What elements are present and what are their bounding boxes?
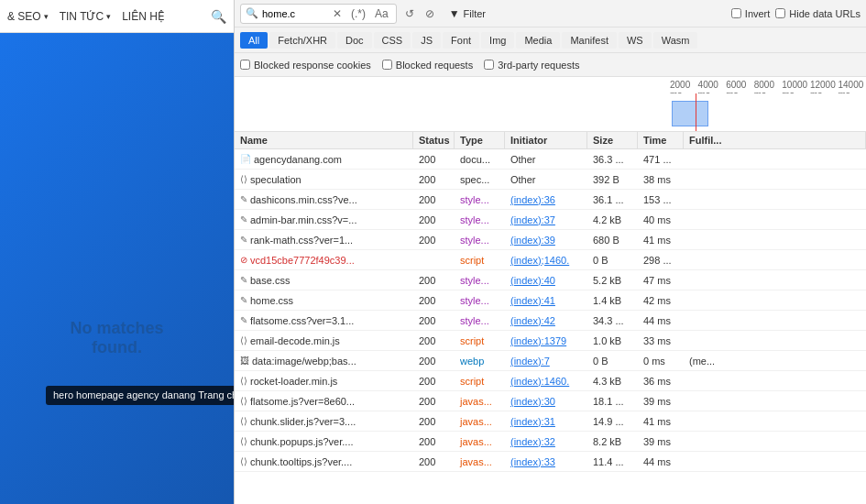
table-row[interactable]: 📄 agencydanang.com 200 docu... Other 36.… — [235, 149, 866, 170]
th-status[interactable]: Status — [413, 132, 455, 148]
table-row[interactable]: ⟨⟩ rocket-loader.min.js 200 script (inde… — [235, 371, 866, 391]
row-icon: ✎ — [240, 295, 247, 305]
td-status — [413, 258, 455, 262]
table-row[interactable]: 🖼 data:image/webp;bas... 200 webp (index… — [235, 351, 866, 371]
third-party-label[interactable]: 3rd-party requests — [484, 60, 579, 71]
table-row[interactable]: ✎ base.css 200 style... (index):40 5.2 k… — [235, 270, 866, 290]
td-time: 41 ms — [638, 233, 684, 247]
filter-tab-js[interactable]: JS — [412, 32, 441, 49]
row-name-text: chunk.slider.js?ver=3.... — [250, 416, 356, 427]
nav-item-lienhe[interactable]: LIÊN HỆ — [122, 10, 165, 23]
invert-checkbox[interactable] — [731, 8, 741, 18]
table-row[interactable]: ⟨⟩ chunk.slider.js?ver=3.... 200 javas..… — [235, 411, 866, 432]
table-row[interactable]: ✎ dashicons.min.css?ve... 200 style... (… — [235, 190, 866, 210]
tooltip-box: hero homepage agency danang Trang chủ — [46, 386, 234, 405]
blocked-cookies-checkbox[interactable] — [240, 60, 250, 70]
td-name: ⟨⟩ chunk.popups.js?ver.... — [235, 434, 413, 449]
row-name-text: chunk.tooltips.js?ver.... — [250, 456, 352, 467]
filter-button[interactable]: ▼ Filter — [443, 5, 492, 23]
nav-search-icon[interactable]: 🔍 — [211, 9, 226, 24]
network-table[interactable]: Name Status Type Initiator Size Time Ful… — [235, 132, 866, 504]
table-row[interactable]: ⟨⟩ flatsome.js?ver=8e60... 200 javas... … — [235, 391, 866, 411]
td-name: ✎ home.css — [235, 293, 413, 308]
search-input[interactable] — [262, 8, 326, 19]
td-initiator[interactable]: (index):36 — [505, 192, 587, 207]
th-type[interactable]: Type — [455, 132, 505, 148]
td-initiator[interactable]: (index):42 — [505, 313, 587, 328]
left-panel: & SEO ▾ TIN TỨC ▾ LIÊN HỆ 🔍 No matchesfo… — [0, 0, 234, 504]
filter-tab-img[interactable]: Img — [481, 32, 514, 49]
filter-tab-css[interactable]: CSS — [374, 32, 411, 49]
filter-tab-media[interactable]: Media — [516, 32, 560, 49]
table-row[interactable]: ⟨⟩ speculation 200 spec... Other 392 B 3… — [235, 170, 866, 190]
regex-button[interactable]: (.*) — [348, 6, 368, 21]
td-initiator[interactable]: (index):7 — [505, 354, 587, 368]
toolbar-row1: 🔍 ✕ (.*) Aa ↺ ⊘ ▼ Filter Invert Hide dat… — [235, 0, 866, 27]
row-icon: ⟨⟩ — [240, 174, 247, 184]
filter-tab-all[interactable]: All — [240, 32, 268, 49]
third-party-checkbox[interactable] — [484, 60, 494, 70]
table-row[interactable]: ✎ home.css 200 style... (index):41 1.4 k… — [235, 290, 866, 311]
td-initiator[interactable]: (index);1460. — [505, 253, 587, 268]
td-initiator[interactable]: (index):1460. — [505, 374, 587, 389]
table-row[interactable]: ✎ flatsome.css?ver=3.1... 200 style... (… — [235, 311, 866, 331]
th-fulfill[interactable]: Fulfil... — [684, 132, 866, 148]
filter-tab-wasm[interactable]: Wasm — [653, 32, 698, 49]
td-fulfill — [684, 379, 866, 383]
td-type: style... — [455, 273, 505, 288]
td-initiator[interactable]: (index):31 — [505, 414, 587, 429]
td-time: 39 ms — [638, 434, 684, 449]
filter-tab-doc[interactable]: Doc — [337, 32, 372, 49]
row-icon: ✎ — [240, 235, 247, 245]
th-initiator[interactable]: Initiator — [505, 132, 587, 148]
refresh-button[interactable]: ↺ — [402, 6, 417, 21]
table-row[interactable]: ⟨⟩ chunk.tooltips.js?ver.... 200 javas..… — [235, 452, 866, 472]
blocked-requests-checkbox[interactable] — [382, 60, 392, 70]
row-name-text: admin-bar.min.css?v=... — [250, 214, 356, 225]
table-row[interactable]: ⟨⟩ chunk.popups.js?ver.... 200 javas... … — [235, 432, 866, 452]
nav-item-seo[interactable]: & SEO ▾ — [7, 10, 49, 23]
td-name: ✎ rank-math.css?ver=1... — [235, 233, 413, 247]
filter-tab-font[interactable]: Font — [443, 32, 479, 49]
row-icon: ⊘ — [240, 255, 247, 265]
td-initiator[interactable]: (index):1379 — [505, 334, 587, 348]
tintuc-arrow-icon: ▾ — [106, 12, 111, 21]
filter-tab-ws[interactable]: WS — [619, 32, 652, 49]
td-name: ✎ dashicons.min.css?ve... — [235, 192, 413, 207]
case-sensitive-button[interactable]: Aa — [372, 6, 391, 21]
td-size: 1.4 kB — [587, 293, 638, 308]
td-initiator[interactable]: (index):41 — [505, 293, 587, 308]
nav-item-tintuc[interactable]: TIN TỨC ▾ — [60, 10, 111, 23]
hide-data-urls-checkbox-label[interactable]: Hide data URLs — [775, 8, 861, 19]
td-time: 42 ms — [638, 293, 684, 308]
td-initiator[interactable]: (index):33 — [505, 455, 587, 469]
td-initiator[interactable]: (index):30 — [505, 394, 587, 409]
invert-checkbox-label[interactable]: Invert — [731, 8, 771, 19]
td-type: javas... — [455, 455, 505, 469]
filter-tab-manifest[interactable]: Manifest — [562, 32, 617, 49]
blocked-cookies-label[interactable]: Blocked response cookies — [240, 60, 371, 71]
td-fulfill — [684, 158, 866, 161]
hide-data-urls-checkbox[interactable] — [775, 8, 785, 18]
row-icon: ✎ — [240, 194, 247, 204]
td-initiator[interactable]: (index):40 — [505, 273, 587, 288]
td-initiator[interactable]: (index):32 — [505, 434, 587, 449]
th-name[interactable]: Name — [235, 132, 413, 148]
clear-button[interactable]: ⊘ — [422, 6, 437, 21]
td-status: 200 — [413, 334, 455, 348]
table-row[interactable]: ✎ rank-math.css?ver=1... 200 style... (i… — [235, 230, 866, 250]
td-initiator[interactable]: (index):39 — [505, 233, 587, 247]
td-name: ⟨⟩ chunk.tooltips.js?ver.... — [235, 455, 413, 469]
clear-search-button[interactable]: ✕ — [330, 6, 345, 21]
blocked-requests-label[interactable]: Blocked requests — [382, 60, 473, 71]
table-row[interactable]: ⊘ vcd15cbe7772f49c39... script (index);1… — [235, 250, 866, 270]
td-time: 41 ms — [638, 414, 684, 429]
table-row[interactable]: ✎ admin-bar.min.css?v=... 200 style... (… — [235, 210, 866, 230]
th-size[interactable]: Size — [587, 132, 638, 148]
row-name-text: agencydanang.com — [254, 154, 342, 165]
th-time[interactable]: Time — [638, 132, 684, 148]
table-row[interactable]: ⟨⟩ email-decode.min.js 200 script (index… — [235, 331, 866, 351]
filter-tab-fetch/xhr[interactable]: Fetch/XHR — [269, 32, 335, 49]
td-initiator[interactable]: (index):37 — [505, 213, 587, 227]
td-size: 8.2 kB — [587, 434, 638, 449]
